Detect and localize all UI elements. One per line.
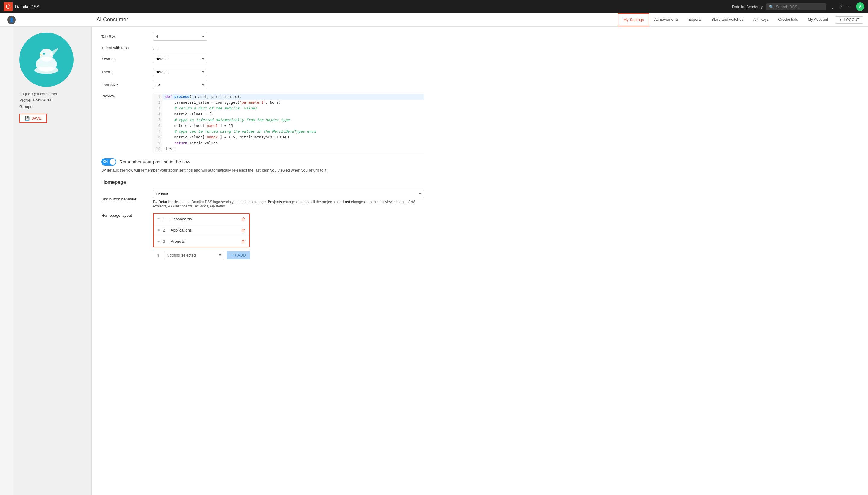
tab-size-control[interactable]: 2 4 8 <box>153 33 207 41</box>
help-icon[interactable]: ? <box>840 4 843 9</box>
content-area: Tab Size 2 4 8 Indent with tabs Keymap d… <box>92 27 868 495</box>
code-line-5: 5 # type is inferred automatically from … <box>153 117 424 123</box>
tab-exports[interactable]: Exports <box>683 13 707 26</box>
item-num-2: 2 <box>163 228 168 233</box>
add-item-button[interactable]: + + ADD <box>227 251 250 259</box>
code-line-10: 10 test <box>153 146 424 152</box>
activity-icon[interactable]: ∼ <box>847 4 851 10</box>
layout-item-3: ≡ 3 Projects 🗑 <box>154 236 249 247</box>
grid-icon[interactable]: ⋮ <box>830 4 835 10</box>
keymap-select[interactable]: default vim emacs <box>153 55 207 63</box>
groups-label: Groups: <box>19 104 33 109</box>
keymap-label: Keymap <box>101 57 150 61</box>
bird-button-description: By Default, clicking the Dataiku DSS log… <box>153 200 424 208</box>
code-preview: 1 def process(dataset, partition_id): 2 … <box>153 94 424 152</box>
code-line-2: 2 parameter1_value = config.get("paramet… <box>153 100 424 105</box>
search-input[interactable] <box>776 4 823 9</box>
flow-toggle-title: Remember your position in the flow <box>119 159 190 164</box>
indent-tabs-control[interactable] <box>153 46 157 50</box>
tab-my-account[interactable]: My Account <box>803 13 833 26</box>
drag-handle-1[interactable]: ≡ <box>157 217 160 222</box>
logo-area[interactable]: Dataiku DSS <box>4 2 39 11</box>
homepage-layout-label: Homepage layout <box>101 213 150 218</box>
theme-select[interactable]: default dark solarized <box>153 68 207 76</box>
tab-my-settings[interactable]: My Settings <box>618 13 649 26</box>
homepage-layout-list: ≡ 1 Dashboards 🗑 ≡ 2 Applications 🗑 <box>153 213 249 248</box>
font-size-select[interactable]: 101112 131416 <box>153 81 207 89</box>
keymap-row: Keymap default vim emacs <box>101 55 858 63</box>
theme-control[interactable]: default dark solarized <box>153 68 207 76</box>
user-avatar[interactable]: A <box>856 2 864 11</box>
delete-item-1[interactable]: 🗑 <box>241 217 245 222</box>
page-title: AI Consumer <box>18 17 618 23</box>
profile-panel: Login: @ai-consumer Profile: EXPLORER Gr… <box>13 27 92 495</box>
save-button[interactable]: 💾 SAVE <box>19 114 47 123</box>
code-line-8: 8 metric_values['name2'] = (15, MetricDa… <box>153 134 424 140</box>
dataiku-logo-icon <box>5 4 11 10</box>
add-item-num: 4 <box>157 253 161 257</box>
toggle-thumb <box>110 159 116 165</box>
profile-avatar-image <box>19 33 73 87</box>
theme-row: Theme default dark solarized <box>101 68 858 76</box>
indent-tabs-label: Indent with tabs <box>101 46 150 50</box>
font-size-label: Font Size <box>101 83 150 87</box>
homepage-layout-control: ≡ 1 Dashboards 🗑 ≡ 2 Applications 🗑 <box>153 213 250 259</box>
homepage-section: Homepage Bird button behavior Default Pr… <box>101 180 858 259</box>
font-size-row: Font Size 101112 131416 <box>101 81 858 89</box>
delete-item-2[interactable]: 🗑 <box>241 228 245 233</box>
tab-achievements[interactable]: Achievements <box>649 13 683 26</box>
profile-value: EXPLORER <box>33 98 53 102</box>
toggle-on-label: ON <box>103 160 108 164</box>
profile-label: Profile: <box>19 98 31 102</box>
item-num-1: 1 <box>163 217 168 221</box>
indent-tabs-row: Indent with tabs <box>101 46 858 50</box>
drag-handle-2[interactable]: ≡ <box>157 228 160 233</box>
second-navigation: 👤 AI Consumer My Settings Achievements E… <box>0 13 868 27</box>
bird-button-select[interactable]: Default Projects Last <box>153 190 424 198</box>
bird-button-label: Bird button behavior <box>101 197 150 201</box>
svg-rect-3 <box>40 68 52 70</box>
bird-button-row: Bird button behavior Default Projects La… <box>101 190 858 208</box>
login-value: @ai-consumer <box>32 92 57 96</box>
bird-button-control: Default Projects Last By Default, clicki… <box>153 190 424 208</box>
code-line-6: 6 metric_values['name1'] = 15 <box>153 123 424 129</box>
tab-size-select[interactable]: 2 4 8 <box>153 33 207 41</box>
item-label-3: Projects <box>171 239 238 243</box>
item-num-3: 3 <box>163 239 168 243</box>
tab-credentials[interactable]: Credentials <box>774 13 803 26</box>
delete-item-3[interactable]: 🗑 <box>241 239 245 244</box>
academy-link[interactable]: Dataiku Academy <box>732 4 763 9</box>
nothing-selected-select[interactable]: Nothing selected Dashboards Projects Wik… <box>164 251 224 259</box>
theme-label: Theme <box>101 70 150 74</box>
logout-button[interactable]: ➤ LOGOUT <box>835 16 863 23</box>
tab-size-label: Tab Size <box>101 34 150 39</box>
homepage-title: Homepage <box>101 180 858 185</box>
flow-toggle[interactable]: ON <box>101 158 116 166</box>
preview-label: Preview <box>101 94 150 98</box>
flow-toggle-row: ON Remember your position in the flow <box>101 158 858 166</box>
tab-api-keys[interactable]: API keys <box>748 13 774 26</box>
main-layout: Login: @ai-consumer Profile: EXPLORER Gr… <box>13 27 868 495</box>
search-bar[interactable]: 🔍 <box>766 3 827 10</box>
indent-tabs-checkbox[interactable] <box>153 46 157 50</box>
layout-item-2: ≡ 2 Applications 🗑 <box>154 225 249 236</box>
add-icon: + <box>231 253 233 257</box>
profile-info: Login: @ai-consumer Profile: EXPLORER Gr… <box>19 92 85 109</box>
top-navigation: Dataiku DSS Dataiku Academy 🔍 ⋮ ? ∼ A <box>0 0 868 13</box>
item-label-2: Applications <box>171 228 238 233</box>
app-logo[interactable] <box>4 2 13 11</box>
preview-row: Preview 1 def process(dataset, partition… <box>101 94 858 152</box>
tab-stars-watches[interactable]: Stars and watches <box>707 13 748 26</box>
flow-toggle-description: By default the flow will remember your z… <box>101 168 858 172</box>
font-size-control[interactable]: 101112 131416 <box>153 81 207 89</box>
layout-item-1: ≡ 1 Dashboards 🗑 <box>154 214 249 225</box>
add-item-row: 4 Nothing selected Dashboards Projects W… <box>153 251 250 259</box>
code-line-7: 7 # type can be forced using the values … <box>153 129 424 134</box>
nav-icons: ⋮ ? ∼ A <box>830 2 864 11</box>
search-icon: 🔍 <box>769 4 774 9</box>
login-label: Login: <box>19 92 30 96</box>
code-line-3: 3 # return a dict of the metrics' values <box>153 105 424 111</box>
drag-handle-3[interactable]: ≡ <box>157 239 160 244</box>
sidebar-user-icon[interactable]: 👤 <box>7 16 16 24</box>
keymap-control[interactable]: default vim emacs <box>153 55 207 63</box>
